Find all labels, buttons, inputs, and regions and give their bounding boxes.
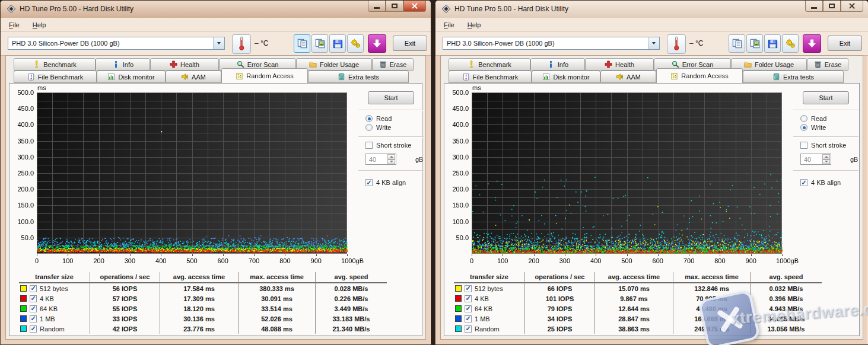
tab-benchmark[interactable]: Benchmark [449,58,530,71]
tab-file-benchmark[interactable]: File Benchmark [14,71,97,83]
tab-extra-tests[interactable]: Extra tests [743,71,844,83]
minimize-button[interactable] [805,1,823,12]
read-radio[interactable] [365,115,373,122]
save-button[interactable] [329,34,346,53]
options-button[interactable] [347,34,364,53]
close-button[interactable] [403,1,426,12]
tab-info[interactable]: Info [530,58,585,71]
short-stroke-option[interactable]: Short stroke [800,142,861,149]
start-button[interactable]: Start [368,91,414,104]
capacity-value[interactable]: 40 [366,156,387,163]
series-checkbox[interactable] [30,285,37,292]
menu-help[interactable]: Help [33,21,46,28]
menu-file[interactable]: File [444,21,454,28]
tab-aam[interactable]: AAM [166,71,221,83]
download-icon [371,38,383,49]
tab-erase[interactable]: Erase [372,58,414,71]
align-checkbox[interactable] [365,179,373,186]
info-icon [547,60,555,68]
temperature-button[interactable] [667,34,686,54]
copy-image-button[interactable] [746,34,763,53]
menu-file[interactable]: File [9,21,20,28]
calc-icon [772,73,780,81]
read-option[interactable]: Read [365,115,426,122]
tab-erase[interactable]: Erase [807,58,848,71]
options-button[interactable] [782,34,799,53]
hdtune-window-read: HD Tune Pro 5.00 - Hard Disk Utility Fil… [0,0,431,345]
transfer-size-label: Random [475,325,500,333]
series-checkbox[interactable] [465,315,472,322]
series-checkbox[interactable] [30,295,37,302]
save-button[interactable] [764,34,781,53]
capacity-input[interactable]: 40 [365,154,396,165]
copy-image-button[interactable] [311,34,328,53]
spin-up-icon[interactable] [387,154,395,159]
update-button[interactable] [803,34,821,53]
max-access-value: 380.333 ms [239,283,316,293]
exit-button[interactable]: Exit [828,36,862,51]
copy-text-button[interactable] [729,34,745,53]
transfer-size-label: 4 KB [475,295,489,302]
titlebar[interactable]: HD Tune Pro 5.00 - Hard Disk Utility [1,1,431,18]
series-color-swatch [20,305,27,312]
short-stroke-option[interactable]: Short stroke [365,142,426,149]
write-option[interactable]: Write [800,124,861,131]
tab-extra-tests[interactable]: Extra tests [308,71,409,83]
tab-disk-monitor[interactable]: Disk monitor [97,71,166,83]
exit-button[interactable]: Exit [393,36,427,51]
series-checkbox[interactable] [465,305,472,312]
series-checkbox[interactable] [465,295,472,302]
series-checkbox[interactable] [30,325,37,333]
tab-random-access[interactable]: Random Access [656,68,743,84]
align-option[interactable]: 4 KB align [365,179,426,186]
tab-disk-monitor[interactable]: Disk monitor [532,71,600,83]
copyimg-icon [314,38,326,49]
column-header: max. access time [239,272,316,283]
tab-file-benchmark[interactable]: File Benchmark [449,71,532,83]
short-stroke-checkbox[interactable] [800,142,807,149]
titlebar[interactable]: HD Tune Pro 5.00 - Hard Disk Utility [435,1,868,18]
tab-label: Info [558,61,568,68]
series-color-swatch [20,315,27,322]
copy-text-button[interactable] [294,34,310,53]
series-checkbox[interactable] [465,325,472,333]
capacity-value[interactable]: 40 [801,156,822,163]
temperature-button[interactable] [232,34,251,54]
align-option[interactable]: 4 KB align [800,179,861,186]
bars-icon [542,73,550,81]
spin-down-icon[interactable] [822,159,830,165]
series-checkbox[interactable] [465,285,472,292]
menu-help[interactable]: Help [468,21,481,28]
tab-random-access[interactable]: Random Access [221,68,308,84]
align-checkbox[interactable] [800,179,807,186]
close-button[interactable] [841,1,863,12]
capacity-input[interactable]: 40 [800,154,831,165]
table-row-label: 4 KB [454,293,525,304]
tab-aam[interactable]: AAM [600,71,656,83]
spin-down-icon[interactable] [387,159,395,165]
tab-label: Extra tests [348,74,379,81]
drive-select[interactable]: PHD 3.0 Silicon-Power DB (1000 gB) [8,37,225,50]
series-checkbox[interactable] [30,305,37,312]
read-option[interactable]: Read [800,115,861,122]
tab-label: Random Access [681,72,728,79]
spin-up-icon[interactable] [822,154,830,159]
tab-health[interactable]: Health [150,58,219,71]
tab-health[interactable]: Health [585,58,654,71]
minimize-button[interactable] [368,1,386,12]
read-radio[interactable] [800,115,807,122]
tab-info[interactable]: Info [96,58,150,71]
write-radio[interactable] [365,124,373,131]
start-button[interactable]: Start [803,91,849,104]
write-radio[interactable] [800,124,807,131]
series-checkbox[interactable] [30,315,37,322]
short-stroke-checkbox[interactable] [365,142,373,149]
update-button[interactable] [368,34,386,53]
drive-select[interactable]: PHD 3.0 Silicon-Power DB (1000 gB) [443,37,660,50]
tab-benchmark[interactable]: Benchmark [14,58,96,71]
write-option[interactable]: Write [365,124,426,131]
maximize-button[interactable] [386,1,403,12]
dropdown-arrow-icon[interactable] [213,37,224,49]
maximize-button[interactable] [823,1,841,12]
dropdown-arrow-icon[interactable] [648,37,659,49]
